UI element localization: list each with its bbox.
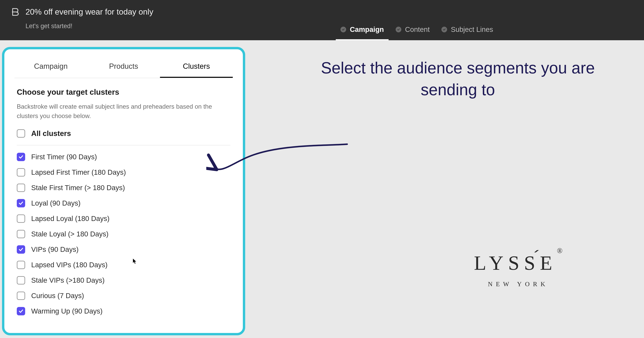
wizard-steps: Campaign Content Subject Lines [340,26,493,40]
step-label: Subject Lines [451,26,493,34]
cluster-row[interactable]: First Timer (90 Days) [17,153,230,161]
cluster-label: VIPs (90 Days) [31,246,78,254]
cluster-row[interactable]: Lapsed VIPs (180 Days) [17,261,230,269]
checkbox[interactable] [17,307,25,315]
checkbox[interactable] [17,245,25,254]
cluster-label: First Timer (90 Days) [31,153,97,161]
all-clusters-label: All clusters [31,129,71,138]
checkbox[interactable] [17,214,25,223]
checkbox[interactable] [17,168,25,176]
cluster-label: Loyal (90 Days) [31,199,80,207]
brand-logo-icon [11,7,20,16]
clusters-panel: Campaign Products Clusters Choose your t… [5,50,242,332]
check-circle-icon [442,27,447,32]
cluster-list: First Timer (90 Days) Lapsed First Timer… [17,153,230,315]
cluster-label: Lapsed VIPs (180 Days) [31,261,108,269]
brand-name-text: LYSSE [474,252,557,274]
cluster-row[interactable]: Loyal (90 Days) [17,199,230,208]
cluster-row[interactable]: VIPs (90 Days) [17,245,230,254]
cluster-label: Stale First Timer (> 180 Days) [31,184,125,192]
step-campaign[interactable]: Campaign [340,26,384,40]
cluster-label: Stale VIPs (>180 Days) [31,276,105,284]
cluster-row[interactable]: Curious (7 Days) [17,292,230,300]
brand-accent-icon: ˊ [531,248,540,263]
checkbox-all-clusters[interactable] [17,129,25,138]
registered-icon: ® [557,247,562,255]
checkbox[interactable] [17,199,25,208]
highlighted-panel: Campaign Products Clusters Choose your t… [2,47,245,335]
check-circle-icon [396,27,401,32]
mouse-cursor-icon [132,258,137,264]
cluster-row[interactable]: Stale Loyal (> 180 Days) [17,230,230,238]
checkbox[interactable] [17,153,25,161]
checkbox[interactable] [17,230,25,238]
checkbox[interactable] [17,292,25,300]
cluster-label: Lapsed Loyal (180 Days) [31,214,110,223]
campaign-subtitle: Let's get started! [26,22,153,30]
cluster-label: Warming Up (90 Days) [31,307,103,315]
brand-block: ˊ LYSSE® NEW YORK [456,252,580,288]
panel-tabs: Campaign Products Clusters [5,50,242,78]
cluster-label: Curious (7 Days) [31,292,84,300]
all-clusters-row[interactable]: All clusters [17,129,230,145]
tab-products[interactable]: Products [87,57,160,78]
cluster-row[interactable]: Warming Up (90 Days) [17,307,230,315]
tab-campaign[interactable]: Campaign [14,57,87,78]
annotation-text: Select the audience segments you are sen… [295,57,620,100]
cluster-row[interactable]: Stale VIPs (>180 Days) [17,276,230,284]
campaign-title: 20% off evening wear for today only [26,7,153,17]
brand-city: NEW YORK [456,280,580,288]
brand-name: ˊ LYSSE® [474,252,562,274]
cluster-row[interactable]: Lapsed First Timer (180 Days) [17,168,230,176]
app-header: 20% off evening wear for today only Let'… [0,0,644,40]
cluster-row[interactable]: Stale First Timer (> 180 Days) [17,184,230,192]
tab-clusters[interactable]: Clusters [160,57,233,78]
main-area: Campaign Products Clusters Choose your t… [0,40,644,338]
header-titles: 20% off evening wear for today only Let'… [26,7,153,30]
panel-body: Choose your target clusters Backstroke w… [5,78,242,315]
panel-description: Backstroke will create email subject lin… [17,102,225,120]
cluster-label: Stale Loyal (> 180 Days) [31,230,108,238]
checkbox[interactable] [17,276,25,284]
cluster-row[interactable]: Lapsed Loyal (180 Days) [17,214,230,223]
step-subject-lines[interactable]: Subject Lines [442,26,493,40]
step-label: Campaign [350,26,384,34]
checkbox[interactable] [17,184,25,192]
header-left: 20% off evening wear for today only Let'… [0,0,153,30]
check-circle-icon [340,27,346,32]
panel-heading: Choose your target clusters [17,88,230,96]
step-label: Content [405,26,430,34]
step-content[interactable]: Content [396,26,430,40]
checkbox[interactable] [17,261,25,269]
cluster-label: Lapsed First Timer (180 Days) [31,168,126,176]
